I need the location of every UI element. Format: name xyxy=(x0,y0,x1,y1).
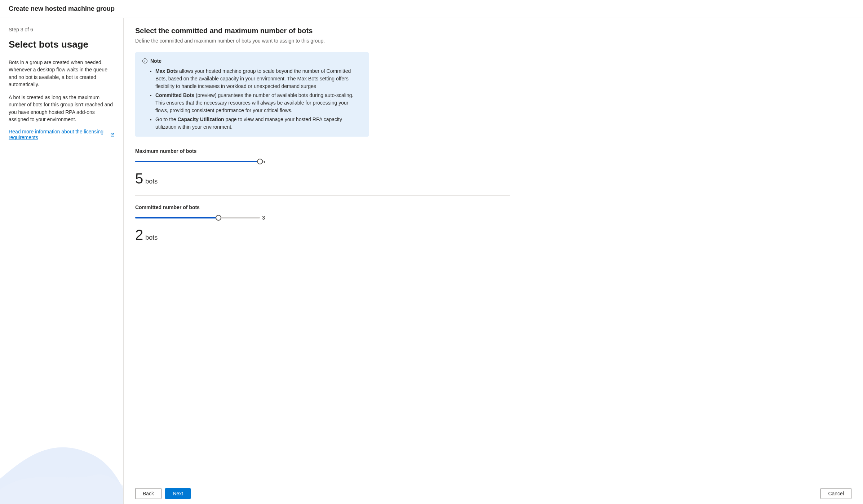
sidebar-title: Select bots usage xyxy=(9,39,115,50)
main-title: Select the committed and maximum number … xyxy=(135,27,851,35)
note-header: i Note xyxy=(142,58,362,64)
max-bots-unit: bots xyxy=(145,178,158,185)
info-icon: i xyxy=(142,58,147,63)
sidebar-description-2: A bot is created as long as the maximum … xyxy=(9,94,115,123)
cancel-button[interactable]: Cancel xyxy=(820,488,851,499)
decorative-wave xyxy=(0,432,123,504)
next-button[interactable]: Next xyxy=(165,488,191,499)
note-label: Note xyxy=(150,58,161,64)
sidebar-description-1: Bots in a group are created when needed.… xyxy=(9,59,115,88)
page-header: Create new hosted machine group xyxy=(0,0,863,18)
max-bots-section: Maximum number of bots 5 5 bots xyxy=(135,148,510,196)
max-bots-value: 5 xyxy=(135,171,143,187)
committed-bots-slider[interactable] xyxy=(135,215,260,221)
licensing-link[interactable]: Read more information about the licensin… xyxy=(9,129,115,140)
main-subtitle: Define the committed and maximum number … xyxy=(135,38,851,44)
wizard-footer: Back Next Cancel xyxy=(124,483,863,504)
note-box: i Note Max Bots allows your hosted machi… xyxy=(135,52,369,137)
committed-bots-unit: bots xyxy=(145,234,158,242)
note-item-max-bots: Max Bots allows your hosted machine grou… xyxy=(155,67,362,90)
committed-bots-value: 2 xyxy=(135,227,143,243)
licensing-link-text: Read more information about the licensin… xyxy=(9,129,108,140)
committed-bots-label: Committed number of bots xyxy=(135,204,510,210)
step-indicator: Step 3 of 6 xyxy=(9,27,115,32)
committed-bots-section: Committed number of bots 3 2 bots xyxy=(135,204,510,243)
committed-bots-max-label: 3 xyxy=(262,215,265,221)
max-bots-slider-thumb[interactable] xyxy=(257,159,263,164)
max-bots-label: Maximum number of bots xyxy=(135,148,510,154)
note-item-committed-bots: Committed Bots (preview) guarantees the … xyxy=(155,92,362,114)
page-title: Create new hosted machine group xyxy=(9,5,854,13)
external-link-icon xyxy=(110,132,115,137)
main-content: Select the committed and maximum number … xyxy=(124,18,863,483)
wizard-sidebar: Step 3 of 6 Select bots usage Bots in a … xyxy=(0,18,124,504)
committed-bots-slider-thumb[interactable] xyxy=(216,215,221,221)
max-bots-slider[interactable] xyxy=(135,158,260,165)
back-button[interactable]: Back xyxy=(135,488,161,499)
note-item-capacity: Go to the Capacity Utilization page to v… xyxy=(155,116,362,131)
note-list: Max Bots allows your hosted machine grou… xyxy=(142,67,362,131)
